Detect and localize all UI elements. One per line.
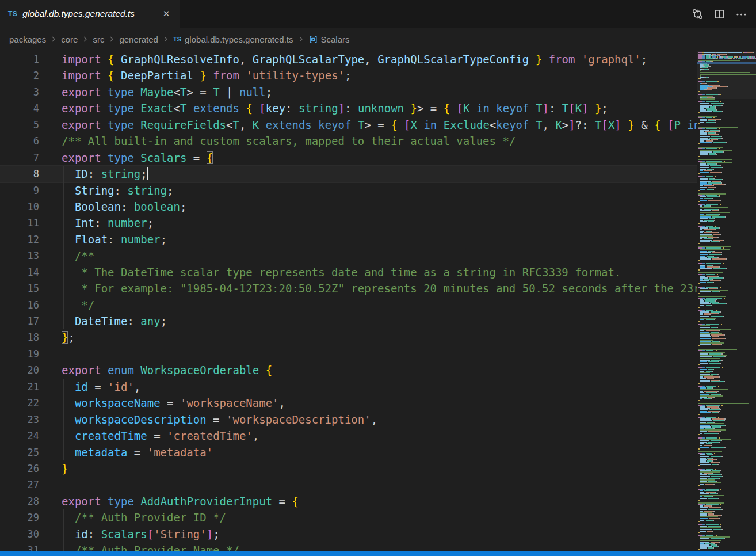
indent-guide [63, 215, 64, 231]
breadcrumb-separator-icon [107, 35, 116, 44]
code-line-31[interactable]: 31 /** Auth Provider Name */ [0, 542, 697, 551]
line-number[interactable]: 24 [0, 428, 39, 444]
line-number[interactable]: 4 [0, 100, 39, 116]
minimap[interactable] [697, 51, 756, 551]
line-number[interactable]: 18 [0, 329, 39, 345]
line-number[interactable]: 15 [0, 280, 39, 296]
code-line-27[interactable]: 27 [0, 477, 697, 493]
code-line-1[interactable]: 1import { GraphQLResolveInfo, GraphQLSca… [0, 51, 697, 67]
code-line-2[interactable]: 2import { DeepPartial } from 'utility-ty… [0, 67, 697, 83]
line-number[interactable]: 14 [0, 264, 39, 280]
code-text: } [39, 460, 697, 477]
indent-guide [63, 297, 64, 313]
breadcrumb-item-src[interactable]: src [93, 35, 104, 44]
code-line-11[interactable]: 11 Int: number; [0, 215, 697, 231]
line-number[interactable]: 11 [0, 215, 39, 231]
code-line-17[interactable]: 17 DateTime: any; [0, 313, 697, 329]
code-line-26[interactable]: 26} [0, 460, 697, 477]
line-number[interactable]: 17 [0, 313, 39, 329]
line-number[interactable]: 28 [0, 493, 39, 509]
indent-guide [63, 247, 64, 264]
code-line-24[interactable]: 24 createdTime = 'createdTime', [0, 428, 697, 444]
code-line-22[interactable]: 22 workspaceName = 'workspaceName', [0, 395, 697, 411]
code-line-30[interactable]: 30 id: Scalars['String']; [0, 526, 697, 542]
code-editor[interactable]: 1import { GraphQLResolveInfo, GraphQLSca… [0, 51, 697, 551]
breadcrumb-item-packages[interactable]: packages [9, 35, 46, 44]
code-line-13[interactable]: 13 /** [0, 247, 697, 264]
code-line-15[interactable]: 15 * For example: "1985-04-12T23:20:50.5… [0, 280, 697, 296]
indent-guide [63, 182, 64, 199]
line-number[interactable]: 10 [0, 199, 39, 215]
line-number[interactable]: 29 [0, 509, 39, 525]
code-line-23[interactable]: 23 workspaceDescription = 'workspaceDesc… [0, 412, 697, 428]
breadcrumb-label: packages [9, 35, 46, 44]
code-line-18[interactable]: 18}; [0, 329, 697, 345]
code-line-10[interactable]: 10 Boolean: boolean; [0, 199, 697, 215]
code-line-7[interactable]: 7export type Scalars = { [0, 150, 697, 166]
code-line-6[interactable]: 6/** All built-in and custom scalars, ma… [0, 133, 697, 149]
code-line-9[interactable]: 9 String: string; [0, 182, 697, 199]
minimap-current-line [697, 62, 756, 64]
line-number[interactable]: 13 [0, 247, 39, 264]
breadcrumb-label: src [93, 35, 104, 44]
code-text: workspaceName = 'workspaceName', [39, 395, 697, 411]
line-number[interactable]: 2 [0, 67, 39, 83]
tab-global-db-types[interactable]: TS global.db.types.generated.ts ✕ [0, 0, 180, 28]
indent-guide [63, 166, 64, 182]
breadcrumb-separator-icon [296, 35, 306, 44]
line-number[interactable]: 30 [0, 526, 39, 542]
breadcrumb-item-scalars[interactable]: Scalars [308, 35, 350, 44]
breadcrumb-item-global-db-types-generated-ts[interactable]: TSglobal.db.types.generated.ts [173, 35, 293, 44]
code-text: Boolean: boolean; [39, 199, 697, 215]
line-number[interactable]: 21 [0, 379, 39, 395]
breadcrumb-separator-icon [81, 35, 90, 44]
line-number[interactable]: 7 [0, 150, 39, 166]
line-number[interactable]: 3 [0, 84, 39, 100]
line-number[interactable]: 1 [0, 51, 39, 67]
code-text: String: string; [39, 182, 697, 199]
line-number[interactable]: 20 [0, 362, 39, 378]
line-number[interactable]: 19 [0, 346, 39, 362]
line-number[interactable]: 26 [0, 460, 39, 477]
breadcrumb-label: core [61, 35, 78, 44]
line-number[interactable]: 5 [0, 117, 39, 133]
more-actions-icon[interactable] [733, 6, 749, 22]
code-line-28[interactable]: 28export type AddAuthProviderInput = { [0, 493, 697, 509]
code-line-25[interactable]: 25 metadata = 'metadata' [0, 444, 697, 460]
split-editor-icon[interactable] [711, 6, 727, 22]
code-line-16[interactable]: 16 */ [0, 297, 697, 313]
line-number[interactable]: 31 [0, 542, 39, 551]
code-line-8[interactable]: 8 ID: string; [0, 166, 697, 182]
indent-guide [63, 526, 64, 542]
breadcrumb-item-core[interactable]: core [61, 35, 78, 44]
breadcrumb-item-generated[interactable]: generated [119, 35, 158, 44]
line-number[interactable]: 23 [0, 412, 39, 428]
code-text: export enum WorkspaceOrderable { [39, 362, 697, 378]
code-line-29[interactable]: 29 /** Auth Provider ID */ [0, 509, 697, 525]
code-line-20[interactable]: 20export enum WorkspaceOrderable { [0, 362, 697, 378]
code-line-3[interactable]: 3export type Maybe<T> = T | null; [0, 84, 697, 100]
indent-guide [63, 542, 64, 551]
code-line-5[interactable]: 5export type RequireFields<T, K extends … [0, 117, 697, 133]
line-number[interactable]: 9 [0, 182, 39, 199]
code-text: * The DateTime scalar type represents da… [39, 264, 697, 280]
tab-close-icon[interactable]: ✕ [161, 8, 172, 20]
code-text: DateTime: any; [39, 313, 697, 329]
code-line-12[interactable]: 12 Float: number; [0, 231, 697, 247]
line-number[interactable]: 22 [0, 395, 39, 411]
code-line-19[interactable]: 19 [0, 346, 697, 362]
code-text: Float: number; [39, 231, 697, 247]
indent-guide [63, 509, 64, 525]
line-number[interactable]: 27 [0, 477, 39, 493]
code-line-21[interactable]: 21 id = 'id', [0, 379, 697, 395]
line-number[interactable]: 25 [0, 444, 39, 460]
code-line-4[interactable]: 4export type Exact<T extends { [key: str… [0, 100, 697, 116]
line-number[interactable]: 16 [0, 297, 39, 313]
code-line-14[interactable]: 14 * The DateTime scalar type represents… [0, 264, 697, 280]
code-text: export type Exact<T extends { [key: stri… [39, 100, 697, 116]
open-changes-icon[interactable] [689, 6, 705, 22]
line-number[interactable]: 8 [0, 166, 39, 182]
line-number[interactable]: 12 [0, 231, 39, 247]
line-number[interactable]: 6 [0, 133, 39, 149]
code-text: id = 'id', [39, 379, 697, 395]
